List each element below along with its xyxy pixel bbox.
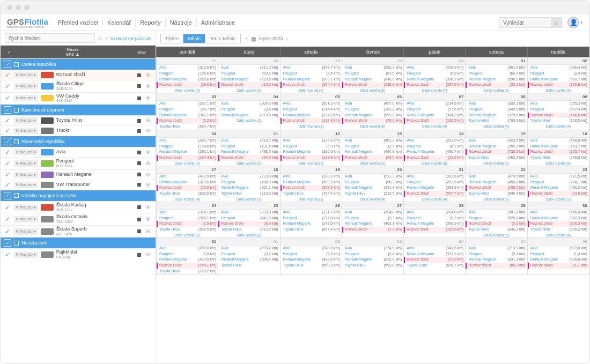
vehicle-entry[interactable]: Avia(429,9 km) <box>404 65 465 71</box>
vehicle-entry[interactable]: Peugeot(284,1 km) <box>528 180 589 185</box>
vehicle-entry[interactable]: Peugeot(62,7 km) <box>466 71 527 77</box>
vehicle-entry[interactable]: Avia(223,8 km) <box>218 174 279 180</box>
rozvoz-entry[interactable]: Rozvoz zboží(2,9 km) <box>157 221 218 227</box>
more-vehicles-link[interactable]: Další vozidla (7) <box>466 197 527 202</box>
vehicle-entry[interactable]: Peugeot(26,7 km) <box>157 107 218 113</box>
vehicle-entry[interactable]: Avia(233,9 km) <box>404 138 465 144</box>
vehicle-entry[interactable]: Renault Megane(612,8 km) <box>342 257 403 263</box>
chevron-down-icon[interactable]: ▾ <box>580 20 583 25</box>
vehicle-entry[interactable]: Renault Megane(377,1 km) <box>404 251 465 257</box>
trip-log-pill[interactable]: Kniha jízd ▾ <box>14 83 38 90</box>
rozvoz-entry[interactable]: Rozvoz zboží(31,1 km) <box>528 263 589 269</box>
trip-log-pill[interactable]: Kniha jízd ▾ <box>14 72 38 78</box>
vehicle-entry[interactable]: Peugeot(326,1 km) <box>157 216 218 221</box>
eye-icon[interactable]: 👁 <box>144 83 152 90</box>
eye-icon[interactable]: 👁 <box>144 172 152 178</box>
rozvoz-entry[interactable]: Rozvoz zboží(6,5 km) <box>466 221 527 227</box>
rozvoz-entry[interactable]: Rozvoz zboží(254,4 km) <box>281 82 342 88</box>
more-vehicles-link[interactable]: Další vozidla (3) <box>281 124 342 129</box>
view-tab-0[interactable]: Týden <box>161 34 183 43</box>
search-icon[interactable]: ⌕ <box>551 17 562 28</box>
calendar-cell[interactable]: 30Avia(445,0 km)Renault Megane(302,3 km)… <box>527 202 589 237</box>
vehicle-entry[interactable]: Peugeot(5,9 km) <box>404 71 465 77</box>
vehicle-entry[interactable]: Renault Megane(591,8 km) <box>342 113 403 118</box>
vehicle-entry[interactable]: Toyota Hilux(779,2 km) <box>157 269 218 274</box>
calendar-cell[interactable]: 06Avia(497,6 km)Peugeot(281,2 km)Renault… <box>342 93 403 130</box>
vehicle-entry[interactable]: Peugeot(441,5 km) <box>218 216 279 221</box>
collapse-icon[interactable] <box>14 139 19 144</box>
more-vehicles-link[interactable]: Další vozidla (6) <box>218 233 279 237</box>
calendar-cell[interactable]: 31Avia(429,9 km)Peugeot(5,9 km)Renault M… <box>404 57 466 93</box>
rozvoz-entry[interactable]: Rozvoz zboží(27,2 km) <box>404 257 465 263</box>
calendar-cell[interactable]: 03Avia(374,5 km)Peugeot(2,4 km)Renault M… <box>342 237 403 274</box>
vehicle-entry[interactable]: Avia(374,5 km) <box>342 246 403 251</box>
vehicle-entry[interactable]: Renault Megane(403,1 km) <box>342 221 403 227</box>
rozvoz-entry[interactable]: Rozvoz zboží(153,6 km) <box>404 227 465 233</box>
vehicle-entry[interactable]: Renault Megane(384,8 km) <box>404 185 465 191</box>
vehicle-entry[interactable]: Avia(479,5 km) <box>466 174 527 180</box>
calendar-cell[interactable]: 14Avia(233,9 km)Peugeot(8,1 km)Renault M… <box>404 130 466 166</box>
vehicle-entry[interactable]: Renault Megane(488,5 km) <box>218 149 279 155</box>
more-vehicles-link[interactable]: Další vozidla (6) <box>281 88 342 93</box>
user-avatar[interactable]: 👤 <box>567 17 579 28</box>
group-by-branches-toggle[interactable]: ✓ Seskupit dle poboček <box>105 36 151 41</box>
vehicle-entry[interactable]: Renault Megane(309,1 km) <box>281 77 342 83</box>
vehicle-row[interactable]: ✓Kniha jízd ▾Renault Megane👁 <box>1 169 156 180</box>
vehicle-entry[interactable]: Peugeot(2,2 km) <box>281 251 342 257</box>
rozvoz-entry[interactable]: Rozvoz zboží(184,4 km) <box>157 155 218 161</box>
collapse-icon[interactable] <box>14 193 19 198</box>
calendar-cell[interactable]: 21Avia(332,6 km)Peugeot(253,6 km)Renault… <box>404 166 466 202</box>
vehicle-entry[interactable]: Peugeot(6,3 km) <box>281 144 342 150</box>
vehicle-entry[interactable]: Peugeot(3,0 km) <box>157 251 218 257</box>
vehicle-entry[interactable]: Peugeot(349,5 km) <box>466 107 527 113</box>
calendar-cell[interactable]: 23Avia(421,5 km)Peugeot(284,1 km)Renault… <box>527 166 589 202</box>
more-vehicles-link[interactable]: Další vozidla (5) <box>528 88 589 93</box>
vehicle-entry[interactable]: Toyota Hilux(568,3 km) <box>281 263 342 269</box>
vehicle-entry[interactable]: Avia(421,5 km) <box>528 174 589 180</box>
search-icon[interactable]: ⌕ <box>98 35 102 41</box>
vehicle-entry[interactable]: Toyota Hilux(689,9 km) <box>157 191 218 197</box>
vehicle-entry[interactable]: Toyota Hilux(512,5 km) <box>342 191 403 197</box>
vehicle-entry[interactable]: Avia(391,7 km) <box>157 138 218 144</box>
vehicle-entry[interactable]: Peugeot(180,3 km) <box>218 180 279 185</box>
more-vehicles-link[interactable]: Další vozidla (4) <box>404 197 465 202</box>
vehicle-entry[interactable]: Renault Megane(523,5 km) <box>218 77 279 83</box>
col-name[interactable]: Název <box>67 47 79 52</box>
vehicle-entry[interactable]: Avia(512,7 km) <box>218 138 279 144</box>
calendar-cell[interactable]: 05Avia(521,2 km)Peugeot(114,4 km)Renault… <box>280 93 342 130</box>
eye-icon[interactable]: 👁 <box>144 128 152 134</box>
vehicle-entry[interactable]: Toyota Hilux(646,3 km) <box>466 227 527 233</box>
nav-administrace[interactable]: Administrace <box>197 18 240 27</box>
vehicle-entry[interactable]: Peugeot(185,6 km) <box>157 71 218 77</box>
check-icon[interactable]: ✓ <box>4 160 11 167</box>
trip-log-pill[interactable]: Kniha jízd ▾ <box>14 149 38 155</box>
calendar-cell[interactable]: 27Avia(694,8 km)Peugeot(3,3 km)Renault M… <box>342 202 403 237</box>
calendar-cell[interactable]: 15Avia(423,5 km)Renault Megane(355,7 km)… <box>466 130 527 166</box>
vehicle-entry[interactable]: Renault Megane(308,1 km) <box>404 77 465 83</box>
vehicle-entry[interactable]: Peugeot(57,6 km) <box>404 107 465 113</box>
vehicle-entry[interactable]: Toyota Hilux(764,4 km) <box>281 191 342 197</box>
vehicle-entry[interactable]: Renault Megane(396,9 km) <box>404 221 465 227</box>
next-month-icon[interactable]: › <box>286 36 288 41</box>
vehicle-entry[interactable]: Toyota Hilux(667,9 km) <box>281 227 342 233</box>
rozvoz-entry[interactable]: Rozvoz zboží(166,3 km) <box>528 221 589 227</box>
vehicle-entry[interactable]: Peugeot(9,2 km) <box>404 216 465 221</box>
sidebar-group[interactable]: ✓Kamionová doprava <box>1 104 156 115</box>
more-vehicles-link[interactable]: Další vozidla (6) <box>342 124 403 129</box>
vehicle-row[interactable]: ✓Kniha jízd ▾VW Caddy4AK 2897👁 <box>1 92 156 105</box>
vehicle-entry[interactable]: Renault Megane(458,9 km) <box>466 180 527 185</box>
rozvoz-entry[interactable]: Rozvoz zboží(128,8 km) <box>281 155 342 161</box>
eye-icon[interactable]: 👁 <box>144 228 152 235</box>
check-icon[interactable]: ✓ <box>4 94 11 102</box>
vehicle-entry[interactable]: Avia(335,8 km) <box>281 138 342 144</box>
vehicle-entry[interactable]: Avia(269,0 km) <box>157 246 218 251</box>
vehicle-entry[interactable]: Renault Megane(355,7 km) <box>466 144 527 150</box>
check-icon[interactable]: ✓ <box>4 106 11 114</box>
sidebar-group[interactable]: ✓Vozidla napojená na CAN <box>1 190 156 201</box>
vehicle-entry[interactable]: Avia(338,1 km) <box>281 174 342 180</box>
calendar-cell[interactable]: 18Avia(223,8 km)Peugeot(180,3 km)Renault… <box>218 166 280 202</box>
vehicle-entry[interactable]: Renault Megane(391,7 km) <box>342 185 403 191</box>
vehicle-row[interactable]: ✓Kniha jízd ▾Rozvoz zboží👁 <box>1 70 156 80</box>
vehicle-entry[interactable]: Avia(318,8 km) <box>281 246 342 251</box>
vehicle-entry[interactable]: Peugeot(2,5 km) <box>342 144 403 150</box>
